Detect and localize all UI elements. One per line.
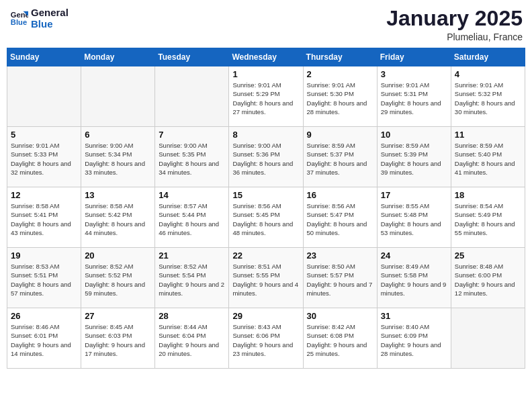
calendar-cell: 9Sunrise: 8:59 AM Sunset: 5:37 PM Daylig… bbox=[303, 127, 377, 187]
day-number: 16 bbox=[307, 190, 373, 200]
day-info: Sunrise: 8:44 AM Sunset: 6:04 PM Dayligh… bbox=[159, 322, 225, 358]
calendar-subtitle: Plumeliau, France bbox=[386, 32, 523, 42]
day-info: Sunrise: 8:56 AM Sunset: 5:47 PM Dayligh… bbox=[307, 201, 373, 237]
day-number: 24 bbox=[381, 250, 447, 261]
calendar-cell: 11Sunrise: 8:59 AM Sunset: 5:40 PM Dayli… bbox=[451, 127, 525, 187]
calendar-cell: 28Sunrise: 8:44 AM Sunset: 6:04 PM Dayli… bbox=[155, 308, 229, 369]
logo-blue: Blue bbox=[31, 18, 69, 30]
calendar-cell: 21Sunrise: 8:52 AM Sunset: 5:54 PM Dayli… bbox=[155, 248, 229, 308]
day-info: Sunrise: 8:51 AM Sunset: 5:55 PM Dayligh… bbox=[232, 262, 299, 298]
calendar-cell: 22Sunrise: 8:51 AM Sunset: 5:55 PM Dayli… bbox=[229, 248, 303, 308]
logo-general: General bbox=[31, 7, 69, 18]
calendar-cell: 14Sunrise: 8:57 AM Sunset: 5:44 PM Dayli… bbox=[155, 187, 229, 248]
day-number: 18 bbox=[455, 190, 521, 200]
day-number: 22 bbox=[232, 250, 299, 261]
day-info: Sunrise: 8:52 AM Sunset: 5:52 PM Dayligh… bbox=[85, 262, 151, 298]
calendar-cell: 23Sunrise: 8:50 AM Sunset: 5:57 PM Dayli… bbox=[303, 248, 377, 308]
day-number: 10 bbox=[381, 130, 447, 140]
day-number: 26 bbox=[11, 311, 77, 321]
day-info: Sunrise: 8:53 AM Sunset: 5:51 PM Dayligh… bbox=[11, 262, 77, 298]
day-number: 27 bbox=[85, 311, 151, 321]
day-info: Sunrise: 8:50 AM Sunset: 5:57 PM Dayligh… bbox=[307, 262, 373, 298]
day-number: 5 bbox=[11, 130, 77, 140]
calendar-cell: 7Sunrise: 9:00 AM Sunset: 5:35 PM Daylig… bbox=[155, 127, 229, 187]
calendar-week-1: 1Sunrise: 9:01 AM Sunset: 5:29 PM Daylig… bbox=[7, 66, 525, 127]
day-info: Sunrise: 9:01 AM Sunset: 5:32 PM Dayligh… bbox=[455, 81, 521, 116]
calendar-cell: 2Sunrise: 9:01 AM Sunset: 5:30 PM Daylig… bbox=[303, 66, 377, 127]
day-number: 29 bbox=[232, 311, 299, 321]
calendar-week-5: 26Sunrise: 8:46 AM Sunset: 6:01 PM Dayli… bbox=[7, 308, 525, 369]
day-number: 31 bbox=[381, 311, 447, 321]
day-info: Sunrise: 9:01 AM Sunset: 5:33 PM Dayligh… bbox=[11, 141, 77, 177]
day-info: Sunrise: 8:58 AM Sunset: 5:41 PM Dayligh… bbox=[11, 201, 77, 237]
day-info: Sunrise: 8:59 AM Sunset: 5:39 PM Dayligh… bbox=[381, 141, 447, 177]
day-info: Sunrise: 8:57 AM Sunset: 5:44 PM Dayligh… bbox=[159, 201, 225, 237]
day-number: 15 bbox=[232, 190, 299, 200]
calendar-cell: 6Sunrise: 9:00 AM Sunset: 5:34 PM Daylig… bbox=[81, 127, 155, 187]
day-info: Sunrise: 9:00 AM Sunset: 5:36 PM Dayligh… bbox=[232, 141, 299, 177]
calendar-cell: 20Sunrise: 8:52 AM Sunset: 5:52 PM Dayli… bbox=[81, 248, 155, 308]
day-number: 23 bbox=[307, 250, 373, 261]
day-info: Sunrise: 9:01 AM Sunset: 5:29 PM Dayligh… bbox=[232, 81, 299, 116]
weekday-header-friday: Friday bbox=[377, 48, 451, 66]
svg-text:Blue: Blue bbox=[11, 19, 27, 27]
calendar-cell: 3Sunrise: 9:01 AM Sunset: 5:31 PM Daylig… bbox=[377, 66, 451, 127]
calendar-cell: 4Sunrise: 9:01 AM Sunset: 5:32 PM Daylig… bbox=[451, 66, 525, 127]
weekday-header-row: SundayMondayTuesdayWednesdayThursdayFrid… bbox=[7, 48, 525, 66]
day-number: 17 bbox=[381, 190, 447, 200]
day-info: Sunrise: 8:54 AM Sunset: 5:49 PM Dayligh… bbox=[455, 201, 521, 237]
day-number: 4 bbox=[455, 69, 521, 79]
day-info: Sunrise: 8:46 AM Sunset: 6:01 PM Dayligh… bbox=[11, 322, 77, 358]
calendar-cell: 30Sunrise: 8:42 AM Sunset: 6:08 PM Dayli… bbox=[303, 308, 377, 369]
calendar-cell: 25Sunrise: 8:48 AM Sunset: 6:00 PM Dayli… bbox=[451, 248, 525, 308]
calendar-cell bbox=[155, 66, 229, 127]
calendar-cell: 8Sunrise: 9:00 AM Sunset: 5:36 PM Daylig… bbox=[229, 127, 303, 187]
day-number: 6 bbox=[85, 130, 151, 140]
day-number: 19 bbox=[11, 250, 77, 261]
calendar-cell: 27Sunrise: 8:45 AM Sunset: 6:03 PM Dayli… bbox=[81, 308, 155, 369]
day-info: Sunrise: 8:42 AM Sunset: 6:08 PM Dayligh… bbox=[307, 322, 373, 358]
day-info: Sunrise: 9:00 AM Sunset: 5:35 PM Dayligh… bbox=[159, 141, 225, 177]
weekday-header-tuesday: Tuesday bbox=[155, 48, 229, 66]
day-number: 28 bbox=[159, 311, 225, 321]
calendar-cell: 16Sunrise: 8:56 AM Sunset: 5:47 PM Dayli… bbox=[303, 187, 377, 248]
logo: General Blue General Blue bbox=[9, 7, 69, 30]
calendar-cell: 5Sunrise: 9:01 AM Sunset: 5:33 PM Daylig… bbox=[7, 127, 81, 187]
day-info: Sunrise: 8:55 AM Sunset: 5:48 PM Dayligh… bbox=[381, 201, 447, 237]
day-number: 9 bbox=[307, 130, 373, 140]
weekday-header-saturday: Saturday bbox=[451, 48, 525, 66]
calendar-cell: 31Sunrise: 8:40 AM Sunset: 6:09 PM Dayli… bbox=[377, 308, 451, 369]
calendar-week-2: 5Sunrise: 9:01 AM Sunset: 5:33 PM Daylig… bbox=[7, 127, 525, 187]
calendar-cell: 26Sunrise: 8:46 AM Sunset: 6:01 PM Dayli… bbox=[7, 308, 81, 369]
page-header: General Blue General Blue January 2025 P… bbox=[7, 7, 525, 42]
day-number: 3 bbox=[381, 69, 447, 79]
day-info: Sunrise: 9:00 AM Sunset: 5:34 PM Dayligh… bbox=[85, 141, 151, 177]
weekday-header-thursday: Thursday bbox=[303, 48, 377, 66]
calendar-cell bbox=[451, 308, 525, 369]
calendar-cell bbox=[81, 66, 155, 127]
day-info: Sunrise: 8:48 AM Sunset: 6:00 PM Dayligh… bbox=[455, 262, 521, 298]
calendar-cell: 17Sunrise: 8:55 AM Sunset: 5:48 PM Dayli… bbox=[377, 187, 451, 248]
calendar-cell: 19Sunrise: 8:53 AM Sunset: 5:51 PM Dayli… bbox=[7, 248, 81, 308]
calendar-cell: 12Sunrise: 8:58 AM Sunset: 5:41 PM Dayli… bbox=[7, 187, 81, 248]
logo-icon: General Blue bbox=[9, 9, 28, 28]
day-info: Sunrise: 8:58 AM Sunset: 5:42 PM Dayligh… bbox=[85, 201, 151, 237]
day-info: Sunrise: 8:40 AM Sunset: 6:09 PM Dayligh… bbox=[381, 322, 447, 358]
weekday-header-sunday: Sunday bbox=[7, 48, 81, 66]
day-info: Sunrise: 8:45 AM Sunset: 6:03 PM Dayligh… bbox=[85, 322, 151, 358]
weekday-header-wednesday: Wednesday bbox=[229, 48, 303, 66]
day-number: 13 bbox=[85, 190, 151, 200]
calendar-cell: 13Sunrise: 8:58 AM Sunset: 5:42 PM Dayli… bbox=[81, 187, 155, 248]
day-number: 8 bbox=[232, 130, 299, 140]
calendar-table: SundayMondayTuesdayWednesdayThursdayFrid… bbox=[7, 48, 525, 369]
day-info: Sunrise: 8:59 AM Sunset: 5:40 PM Dayligh… bbox=[455, 141, 521, 177]
calendar-cell: 29Sunrise: 8:43 AM Sunset: 6:06 PM Dayli… bbox=[229, 308, 303, 369]
day-number: 25 bbox=[455, 250, 521, 261]
calendar-cell: 10Sunrise: 8:59 AM Sunset: 5:39 PM Dayli… bbox=[377, 127, 451, 187]
day-number: 1 bbox=[232, 69, 299, 79]
day-info: Sunrise: 9:01 AM Sunset: 5:30 PM Dayligh… bbox=[307, 81, 373, 116]
calendar-cell: 24Sunrise: 8:49 AM Sunset: 5:58 PM Dayli… bbox=[377, 248, 451, 308]
calendar-cell: 1Sunrise: 9:01 AM Sunset: 5:29 PM Daylig… bbox=[229, 66, 303, 127]
calendar-cell bbox=[7, 66, 81, 127]
day-number: 7 bbox=[159, 130, 225, 140]
